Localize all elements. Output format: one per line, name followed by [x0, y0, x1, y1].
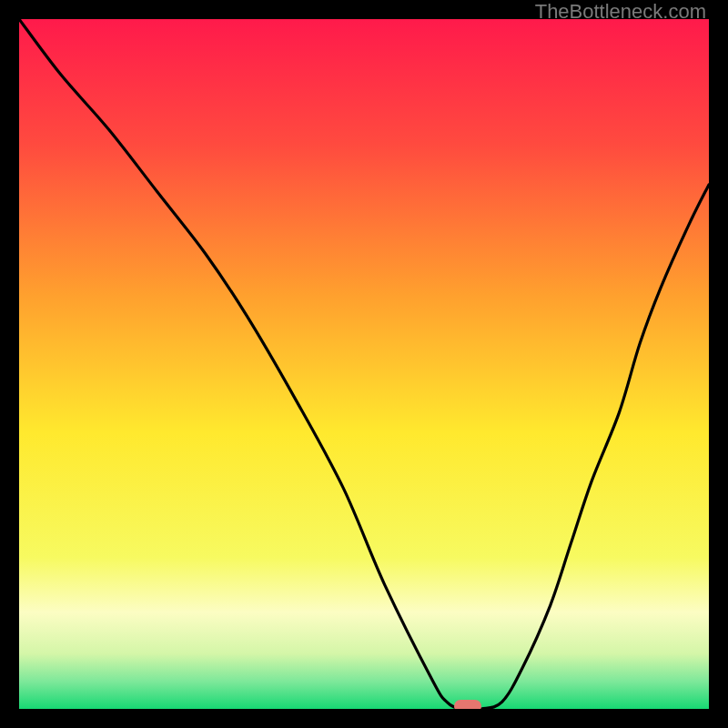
bottleneck-curve	[19, 19, 709, 709]
optimal-marker	[454, 700, 481, 709]
chart-frame: TheBottleneck.com	[0, 0, 728, 728]
plot-area	[19, 19, 709, 709]
watermark: TheBottleneck.com	[535, 0, 706, 24]
